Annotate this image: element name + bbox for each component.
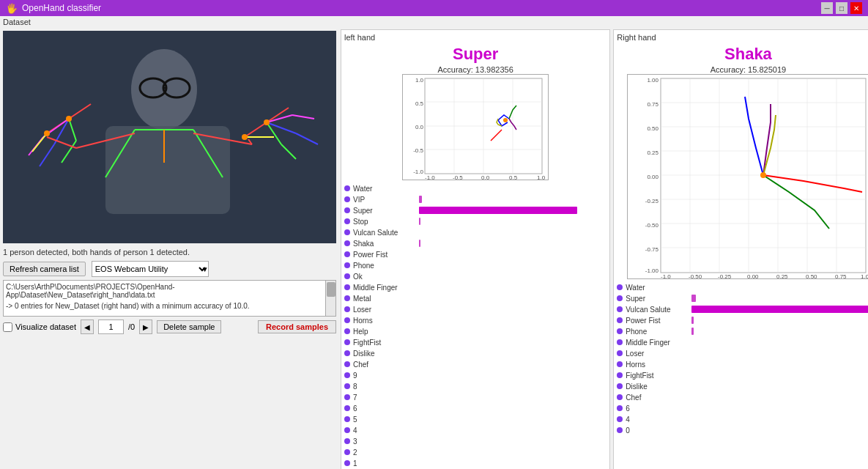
list-item[interactable]: 5 <box>344 414 607 424</box>
list-item[interactable]: Chef <box>617 392 868 402</box>
bar-dot <box>617 394 623 400</box>
total-samples-label: /0 <box>128 322 135 331</box>
next-sample-button[interactable]: ▶ <box>139 320 152 334</box>
svg-text:-1.00: -1.00 <box>645 267 659 274</box>
svg-text:0.00: 0.00 <box>648 174 659 180</box>
list-item[interactable]: Vulcan Salute <box>344 227 607 237</box>
list-item[interactable]: Water <box>344 183 607 193</box>
visualize-label: Visualize dataset <box>15 322 76 331</box>
bar-label: VIP <box>353 196 419 204</box>
bar-dot <box>344 438 350 444</box>
list-item[interactable]: Loser <box>344 304 607 314</box>
maximize-button[interactable]: □ <box>836 2 847 14</box>
filepath-line1: C:\Users\ArthP\Documents\PROJECTS\OpenHa… <box>6 283 333 299</box>
svg-text:-0.5: -0.5 <box>413 147 423 154</box>
list-item[interactable]: Stop <box>344 216 607 226</box>
bar-label: Loser <box>353 306 419 314</box>
list-item[interactable]: 8 <box>344 381 607 391</box>
list-item[interactable]: 4 <box>344 425 607 435</box>
list-item[interactable]: Water <box>617 282 868 292</box>
list-item[interactable]: Horns <box>617 359 868 369</box>
list-item[interactable]: 4 <box>617 414 868 424</box>
svg-text:-1.0: -1.0 <box>661 273 671 280</box>
bar-label: Super <box>626 295 691 303</box>
minimize-button[interactable]: ─ <box>821 2 833 14</box>
list-item[interactable]: Super <box>344 205 607 215</box>
list-item[interactable]: 1 <box>344 458 607 468</box>
svg-text:-0.25: -0.25 <box>645 198 659 204</box>
bar-fill <box>419 196 422 203</box>
svg-text:-0.50: -0.50 <box>645 222 659 229</box>
list-item[interactable]: Shaka <box>344 238 607 248</box>
list-item[interactable]: 2 <box>344 447 607 457</box>
filepath-scrollbar[interactable] <box>325 281 335 316</box>
svg-text:-0.5: -0.5 <box>453 174 463 181</box>
bar-label: Dislike <box>626 383 691 391</box>
bar-dot <box>617 328 623 334</box>
list-item[interactable]: Middle Finger <box>344 282 607 292</box>
refresh-camera-button[interactable]: Refresh camera list <box>3 262 86 276</box>
list-item[interactable]: 9 <box>344 370 607 380</box>
svg-text:0.00: 0.00 <box>747 273 759 280</box>
close-button[interactable]: ✕ <box>850 2 862 14</box>
right-hand-svg: 1.00 0.75 0.50 0.25 0.00 -0.25 -0.50 -0.… <box>628 75 868 280</box>
bar-fill <box>691 306 868 313</box>
visualize-checkbox[interactable] <box>3 322 12 332</box>
svg-text:1.00: 1.00 <box>861 273 868 280</box>
list-item[interactable]: Chef <box>344 359 607 369</box>
bar-dot <box>344 240 350 246</box>
list-item[interactable]: 0 <box>617 425 868 435</box>
right-hand-chart-area: Accuracy: 15.825019 <box>617 65 868 279</box>
content-area: 1 person detected, both hands of person … <box>0 28 868 469</box>
list-item[interactable]: VIP <box>344 194 607 204</box>
bar-fill <box>691 317 694 324</box>
list-item[interactable]: Phone <box>344 260 607 270</box>
delete-sample-button[interactable]: Delete sample <box>157 320 221 333</box>
list-item[interactable]: Middle Finger <box>617 337 868 347</box>
list-item[interactable]: Metal <box>344 293 607 303</box>
left-hand-accuracy: Accuracy: 13.982356 <box>437 65 513 74</box>
svg-text:-0.75: -0.75 <box>645 246 659 253</box>
list-item[interactable]: Loser <box>617 348 868 358</box>
right-hand-bar-list: Water Super Vulcan Salute Power Fist Pho… <box>617 282 868 469</box>
bar-label: Loser <box>626 350 691 358</box>
right-hand-gesture-name: Shaka <box>617 45 868 64</box>
list-item[interactable]: Dislike <box>617 381 868 391</box>
prev-sample-button[interactable]: ◀ <box>81 320 94 334</box>
bar-label: 6 <box>626 405 691 413</box>
left-hand-bar-list: Water VIP Super Stop Vulcan Salute Shaka… <box>344 183 607 469</box>
list-item[interactable]: Dislike <box>344 348 607 358</box>
camera-select[interactable]: EOS Webcam Utility <box>92 261 209 277</box>
bar-label: 1 <box>353 459 419 468</box>
list-item[interactable]: 6 <box>617 403 868 413</box>
list-item[interactable]: Horns <box>344 315 607 325</box>
list-item[interactable]: 6 <box>344 403 607 413</box>
refresh-row: Refresh camera list EOS Webcam Utility ▼ <box>3 261 336 277</box>
record-samples-button[interactable]: Record samples <box>258 320 336 333</box>
left-panel: 1 person detected, both hands of person … <box>0 28 339 469</box>
menu-dataset[interactable]: Dataset <box>3 18 31 26</box>
current-sample-input[interactable]: 1 <box>98 320 124 334</box>
visualize-checkbox-label[interactable]: Visualize dataset <box>3 322 76 332</box>
list-item[interactable]: FightFist <box>617 370 868 380</box>
bar-dot <box>617 405 623 411</box>
svg-point-85 <box>760 172 766 178</box>
bar-dot <box>617 372 623 378</box>
list-item[interactable]: 3 <box>344 436 607 446</box>
bar-dot <box>617 350 623 356</box>
list-item[interactable]: Power Fist <box>617 315 868 325</box>
bar-label: Middle Finger <box>353 284 419 292</box>
list-item[interactable]: Phone <box>617 326 868 336</box>
list-item[interactable]: Super <box>617 293 868 303</box>
list-item[interactable]: Ok <box>344 271 607 281</box>
bar-label: Water <box>353 185 419 193</box>
list-item[interactable]: FightFist <box>344 337 607 347</box>
list-item[interactable]: 7 <box>344 392 607 402</box>
bar-dot <box>344 372 350 378</box>
left-hand-gesture-name: Super <box>344 45 607 64</box>
bar-label: Phone <box>353 262 419 270</box>
list-item[interactable]: Power Fist <box>344 249 607 259</box>
list-item[interactable]: Vulcan Salute <box>617 304 868 314</box>
list-item[interactable]: Help <box>344 326 607 336</box>
bar-dot <box>344 460 350 466</box>
